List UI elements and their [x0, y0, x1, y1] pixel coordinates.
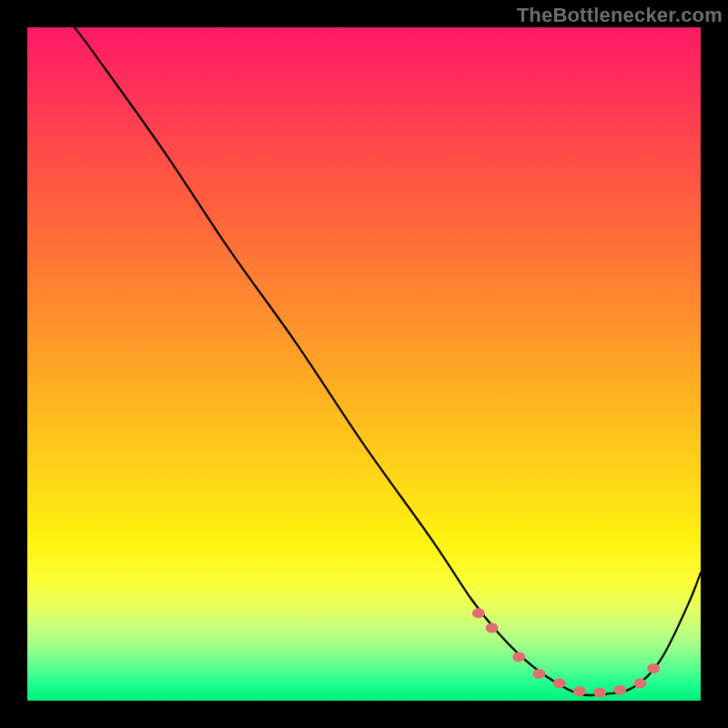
highlight-markers: [472, 608, 660, 697]
bottleneck-curve: [75, 27, 701, 695]
marker-point: [573, 686, 586, 696]
marker-point: [532, 669, 545, 679]
marker-point: [553, 678, 566, 688]
chart-svg: [27, 27, 701, 701]
marker-point: [472, 608, 485, 618]
watermark-text: TheBottlenecker.com: [517, 4, 723, 27]
marker-point: [512, 652, 525, 662]
marker-point: [613, 685, 626, 695]
marker-point: [647, 663, 660, 673]
chart-frame: [27, 27, 701, 701]
marker-point: [486, 623, 499, 633]
marker-point: [593, 688, 606, 698]
marker-point: [633, 678, 646, 688]
